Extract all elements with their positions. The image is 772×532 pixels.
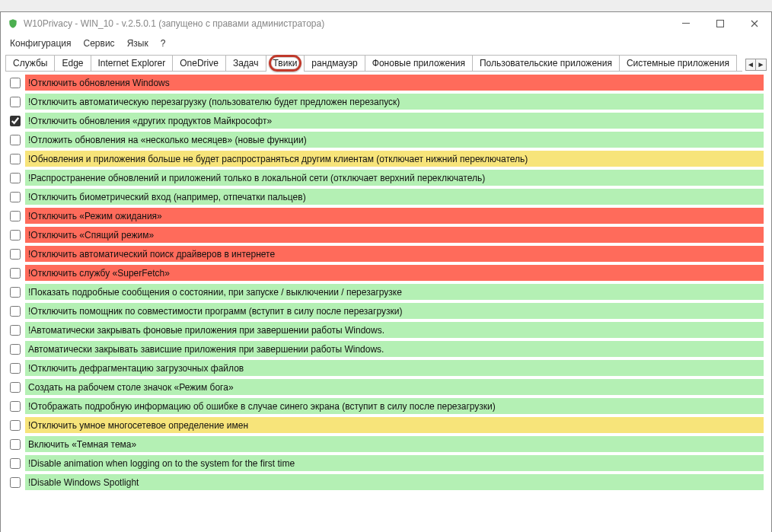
option-label[interactable]: !Отключить помощник по совместимости про… (25, 303, 764, 319)
option-label[interactable]: !Отключить обновления Windows (25, 75, 764, 91)
shield-icon (7, 18, 19, 30)
option-label[interactable]: !Отключить службу «SuperFetch» (25, 265, 764, 281)
option-label[interactable]: !Отключить обновления «других продуктов … (25, 113, 764, 129)
option-label[interactable]: !Отображать подробную информацию об ошиб… (25, 398, 764, 414)
option-row: !Отключить автоматический поиск драйверо… (5, 244, 767, 263)
option-row: !Отключить автоматическую перезагрузку (… (5, 92, 767, 111)
option-checkbox[interactable] (10, 192, 21, 202)
option-checkbox[interactable] (10, 173, 21, 183)
option-row: !Отключить «Спящий режим» (5, 225, 767, 244)
option-checkbox[interactable] (10, 439, 21, 450)
menu-item[interactable]: Сервис (78, 37, 121, 50)
tab[interactable]: OneDrive (172, 55, 226, 71)
option-checkbox[interactable] (10, 382, 21, 393)
option-checkbox[interactable] (10, 458, 21, 469)
checkbox-cell (5, 249, 25, 260)
close-button[interactable] (737, 12, 771, 35)
svg-rect-1 (716, 21, 723, 27)
checkbox-cell (5, 97, 25, 107)
checkbox-cell (5, 420, 25, 431)
tab[interactable]: Фоновые приложения (365, 55, 473, 71)
menu-item[interactable]: Конфигурация (4, 37, 78, 50)
option-checkbox[interactable] (10, 477, 21, 488)
tab-label: рандмауэр (311, 58, 357, 68)
titlebar: W10Privacy - WIN_10 - v.2.5.0.1 (запущен… (1, 12, 771, 35)
checkbox-cell (5, 211, 25, 221)
option-label[interactable]: !Отключить «Спящий режим» (25, 227, 764, 243)
option-label[interactable]: !Отключить дефрагментацию загрузочных фа… (25, 360, 764, 376)
option-checkbox[interactable] (10, 401, 21, 412)
option-checkbox[interactable] (10, 268, 21, 279)
options-list: !Отключить обновления Windows!Отключить … (1, 72, 771, 532)
checkbox-cell (5, 268, 25, 279)
option-label[interactable]: !Отключить автоматический поиск драйверо… (25, 246, 764, 262)
option-label[interactable]: Создать на рабочем столе значок «Режим б… (25, 379, 764, 395)
option-checkbox[interactable] (10, 135, 21, 145)
tab-strip-row: СлужбыEdgeInternet ExplorerOneDriveЗадач… (1, 52, 771, 72)
option-checkbox[interactable] (10, 344, 21, 355)
tab-label: Edge (62, 58, 83, 68)
tab-scroll-right[interactable]: ► (756, 59, 767, 71)
tab[interactable]: Твики (266, 55, 305, 72)
option-checkbox[interactable] (10, 249, 21, 260)
option-row: !Отключить дефрагментацию загрузочных фа… (5, 358, 767, 377)
option-row: Автоматически закрывать зависшие приложе… (5, 339, 767, 358)
option-label[interactable]: !Распространение обновлений и приложений… (25, 170, 764, 186)
checkbox-cell (5, 477, 25, 488)
option-checkbox[interactable] (10, 420, 21, 431)
option-label[interactable]: !Disable animation when logging on to th… (25, 455, 764, 471)
option-checkbox[interactable] (10, 325, 21, 336)
tab-scroll-left[interactable]: ◄ (745, 59, 756, 71)
checkbox-cell (5, 192, 25, 202)
tab-label: Службы (13, 58, 47, 68)
tab-scroll-nav: ◄ ► (745, 59, 767, 71)
checkbox-cell (5, 382, 25, 393)
option-label[interactable]: Включить «Темная тема» (25, 436, 764, 452)
option-label[interactable]: !Отключить биометрический вход (например… (25, 189, 764, 205)
option-checkbox[interactable] (10, 230, 21, 241)
option-checkbox[interactable] (10, 97, 21, 107)
tab[interactable]: Пользовательские приложения (472, 55, 620, 71)
option-label[interactable]: !Отложить обновления на «несколько месяц… (25, 132, 764, 148)
tab-label: Пользовательские приложения (480, 58, 612, 68)
tab[interactable]: Системные приложения (619, 55, 737, 71)
app-window: W10Privacy - WIN_10 - v.2.5.0.1 (запущен… (0, 11, 772, 532)
checkbox-cell (5, 78, 25, 88)
tab[interactable]: Службы (5, 55, 55, 71)
option-checkbox[interactable] (10, 116, 21, 126)
tab[interactable]: рандмауэр (304, 55, 365, 71)
tab-label: Системные приложения (627, 58, 729, 68)
tab[interactable]: Internet Explorer (91, 55, 174, 71)
tab[interactable]: Задач (225, 55, 266, 71)
option-label[interactable]: !Disable Windows Spotlight (25, 474, 764, 490)
option-checkbox[interactable] (10, 154, 21, 164)
tab[interactable]: Edge (54, 55, 91, 71)
option-row: !Отключить службу «SuperFetch» (5, 263, 767, 282)
option-label[interactable]: !Отключить «Режим ожидания» (25, 208, 764, 224)
menu-item[interactable]: Язык (121, 37, 155, 50)
checkbox-cell (5, 458, 25, 469)
tab-highlight: Твики (273, 58, 298, 68)
menubar: КонфигурацияСервисЯзык? (1, 35, 771, 52)
option-checkbox[interactable] (10, 306, 21, 317)
option-label[interactable]: Автоматически закрывать зависшие приложе… (25, 341, 764, 357)
option-row: !Распространение обновлений и приложений… (5, 168, 767, 187)
option-checkbox[interactable] (10, 78, 21, 88)
tab-label: Internet Explorer (98, 58, 166, 68)
tab-label: Задач (233, 58, 259, 68)
option-row: !Отключить умное многосетевое определени… (5, 416, 767, 435)
option-checkbox[interactable] (10, 363, 21, 374)
option-label[interactable]: !Отключить автоматическую перезагрузку (… (25, 94, 764, 110)
option-row: !Отключить «Режим ожидания» (5, 206, 767, 225)
minimize-button[interactable] (668, 12, 703, 35)
option-label[interactable]: !Показать подробные сообщения о состояни… (25, 284, 764, 300)
option-label[interactable]: !Автоматически закрывать фоновые приложе… (25, 322, 764, 338)
option-row: !Обновления и приложения больше не будет… (5, 149, 767, 168)
tab-strip: СлужбыEdgeInternet ExplorerOneDriveЗадач… (5, 55, 742, 72)
option-label[interactable]: !Отключить умное многосетевое определени… (25, 417, 764, 433)
option-checkbox[interactable] (10, 211, 21, 221)
menu-item[interactable]: ? (155, 37, 172, 50)
option-label[interactable]: !Обновления и приложения больше не будет… (25, 151, 764, 167)
option-checkbox[interactable] (10, 287, 21, 298)
maximize-button[interactable] (703, 12, 737, 35)
